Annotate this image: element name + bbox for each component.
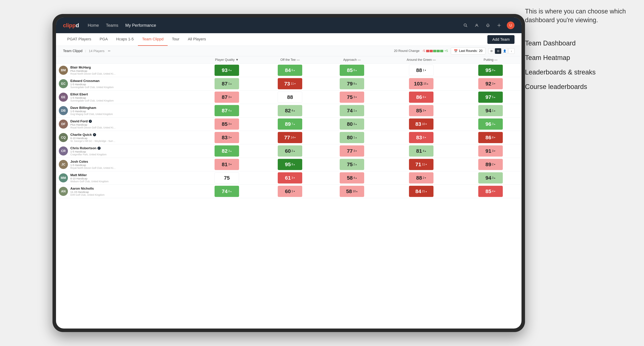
- svg-line-3: [466, 26, 467, 27]
- table-row[interactable]: EC Edward Crossman 1-5 Handicap Sunningd…: [56, 77, 522, 91]
- download-toggle[interactable]: ↓: [508, 48, 514, 54]
- score-box: 91 3▼: [478, 145, 503, 157]
- grid-view-toggle[interactable]: ⊞: [488, 48, 494, 54]
- score-box: 89 7▲: [278, 119, 302, 130]
- nav-link-home[interactable]: Home: [88, 23, 99, 28]
- header-quality[interactable]: Player Quality ▼: [194, 56, 259, 64]
- player-avatar: MM: [59, 173, 68, 182]
- score-delta: 2▼: [492, 163, 496, 166]
- score-delta: 1▲: [354, 109, 357, 112]
- score-delta: 2▲: [354, 163, 357, 166]
- profile-icon[interactable]: [473, 22, 480, 29]
- sub-nav-pgat[interactable]: PGAT Players: [63, 33, 96, 46]
- nav-link-teams[interactable]: Teams: [106, 23, 118, 28]
- table-row[interactable]: EE Elliot Ebert 1-5 Handicap Sunningdale…: [56, 91, 522, 104]
- score-cell-approach: 75 2▲: [321, 158, 383, 171]
- table-row[interactable]: AN Aaron Nicholls 11-15 Handicap Drift G…: [56, 185, 522, 198]
- score-delta: 4▼: [492, 190, 496, 193]
- add-team-button[interactable]: Add Team: [487, 35, 514, 44]
- score-cell-tee: 95 8▲: [259, 158, 321, 171]
- annotation-item-2: Team Heatmap: [525, 53, 630, 62]
- header-around[interactable]: Around the Green —: [383, 56, 460, 64]
- sub-nav-team-clippd[interactable]: Team Clippd: [138, 33, 168, 46]
- score-number: 75: [347, 94, 352, 100]
- score-number: 86: [486, 135, 491, 141]
- player-cell: DF David Ford ✓ Plus Handicap Royal Nort…: [56, 117, 194, 131]
- score-number: 81: [222, 162, 228, 168]
- score-delta: 15▲: [423, 82, 428, 85]
- header-tee[interactable]: Off the Tee —: [259, 56, 321, 64]
- last-rounds-button[interactable]: 📅 Last Rounds: 20: [451, 47, 486, 54]
- player-handicap: 1-5 Handicap: [70, 164, 116, 167]
- player-name: David Ford ✓: [70, 119, 116, 123]
- score-cell-tee: 77 14▼: [259, 131, 321, 144]
- player-cell: MM Matt Miller 6-10 Handicap Woburn Golf…: [56, 171, 194, 185]
- person-view-toggle[interactable]: 👤: [502, 48, 508, 54]
- score-number: 82: [285, 108, 291, 114]
- score-number: 74: [222, 188, 228, 194]
- score-number: 75: [347, 162, 352, 168]
- score-box: 77 14▼: [278, 132, 302, 143]
- player-cell: JC Josh Coles 1-5 Handicap Royal North D…: [56, 158, 194, 171]
- score-box: 86 6▼: [409, 92, 434, 103]
- score-cell-quality: 83 3▼: [194, 131, 259, 144]
- score-delta: 11▼: [291, 82, 296, 85]
- score-cell-around: 88 2▼: [383, 171, 460, 185]
- score-number: 85: [416, 108, 422, 114]
- header-putting[interactable]: Putting —: [460, 56, 522, 64]
- nav-links: Home Teams My Performance: [88, 23, 462, 28]
- player-info-cell: MM Matt Miller 6-10 Handicap Woburn Golf…: [56, 172, 194, 184]
- score-number: 83: [416, 135, 422, 141]
- score-delta: 2▲: [292, 149, 295, 153]
- score-number: 58: [347, 175, 352, 181]
- player-details: Matt Miller 6-10 Handicap Woburn Golf Cl…: [70, 173, 108, 183]
- sub-nav-hcaps[interactable]: Hcaps 1-5: [112, 33, 138, 46]
- player-info-cell: DB Dave Billingham 1-5 Handicap Gog Mago…: [56, 104, 194, 117]
- table-row[interactable]: BM Blair McHarg Plus Handicap Royal Nort…: [56, 64, 522, 77]
- table-row[interactable]: CR Chris Robertson ✓ 1-5 Handicap Craigm…: [56, 144, 522, 158]
- score-box: 88: [278, 92, 302, 103]
- player-club: Sunningdale Golf Club, United Kingdom: [70, 99, 114, 102]
- player-club: Royal North Devon Golf Club, United King…: [70, 126, 116, 129]
- table-row[interactable]: MM Matt Miller 6-10 Handicap Woburn Golf…: [56, 171, 522, 185]
- table-row[interactable]: DB Dave Billingham 1-5 Handicap Gog Mago…: [56, 104, 522, 117]
- user-avatar[interactable]: U: [507, 21, 514, 29]
- settings-icon[interactable]: [496, 22, 502, 29]
- view-toggles: ⊞ ⊟ 👤 ↓: [488, 48, 514, 54]
- score-cell-approach: 80 1▲: [321, 131, 383, 144]
- score-cell-tee: 82 4▲: [259, 104, 321, 117]
- sub-nav-pga[interactable]: PGA: [96, 33, 112, 46]
- table-row[interactable]: JC Josh Coles 1-5 Handicap Royal North D…: [56, 158, 522, 171]
- bell-icon[interactable]: [484, 22, 492, 29]
- player-name: Elliot Ebert: [70, 92, 114, 96]
- player-name: Edward Crossman: [70, 79, 114, 83]
- score-delta: 8▼: [492, 136, 496, 139]
- player-info-cell: CR Chris Robertson ✓ 1-5 Handicap Craigm…: [56, 145, 194, 158]
- score-cell-around: 83 10▼: [383, 117, 460, 131]
- player-details: Elliot Ebert 1-5 Handicap Sunningdale Go…: [70, 92, 114, 102]
- score-delta: 3▲: [492, 123, 496, 126]
- top-nav: clippd Home Teams My Performance: [56, 17, 522, 33]
- score-box: 93 4▲: [214, 65, 239, 76]
- player-name: Charlie Quick ✓: [70, 133, 116, 137]
- player-handicap: 6-10 Handicap: [70, 177, 108, 180]
- score-box: 88 1▼: [409, 65, 434, 76]
- nav-link-myperformance[interactable]: My Performance: [125, 23, 156, 28]
- edit-icon[interactable]: ✏: [108, 49, 110, 53]
- score-box: 84 6▲: [278, 65, 302, 76]
- sub-nav-tour[interactable]: Tour: [168, 33, 184, 46]
- score-number: 60: [285, 188, 291, 194]
- player-details: Dave Billingham 1-5 Handicap Gog Magog G…: [70, 106, 113, 116]
- score-delta: 1▼: [422, 69, 426, 72]
- table-view-toggle[interactable]: ⊟: [495, 48, 501, 54]
- search-icon[interactable]: [462, 22, 469, 29]
- header-approach[interactable]: Approach —: [321, 56, 383, 64]
- table-body: BM Blair McHarg Plus Handicap Royal Nort…: [56, 64, 522, 198]
- main-content: Player Quality ▼ Off the Tee — Approach …: [56, 56, 522, 329]
- score-number: 85: [347, 67, 352, 73]
- score-number: 88: [287, 94, 293, 100]
- score-number: 80: [347, 135, 352, 141]
- table-row[interactable]: DF David Ford ✓ Plus Handicap Royal Nort…: [56, 117, 522, 131]
- table-row[interactable]: CQ Charlie Quick ✓ 6-10 Handicap St. Geo…: [56, 131, 522, 144]
- sub-nav-all-players[interactable]: All Players: [184, 33, 210, 46]
